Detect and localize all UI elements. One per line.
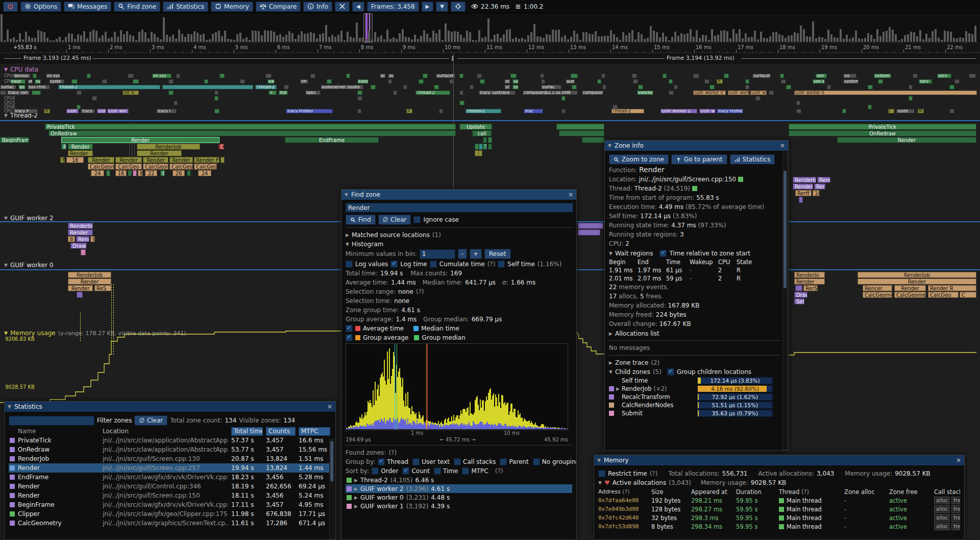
cpu-zone[interactable]: Tracy P [13,109,38,113]
timeline-zone[interactable]: Rend [817,177,830,183]
timeline-zone[interactable]: Rend [76,236,89,242]
timeline-zone[interactable]: Render R [928,285,976,291]
cpu-zone[interactable]: composer@2.1-se [HW [523,90,578,95]
timeline-zone[interactable]: Render [894,285,926,291]
info-button[interactable]: Info [303,2,332,12]
timeline-zone[interactable] [488,144,492,150]
timeline-zone[interactable]: CalcGeo [928,292,959,298]
call-stack-chip[interactable]: free [951,497,960,504]
timeline-zone[interactable]: Update [459,124,492,130]
timeline-zone[interactable]: CalcGeome [88,163,114,170]
timeline-zone[interactable]: BeginFrame [0,137,29,143]
cpu-zone[interactable]: lgiks [305,90,321,95]
cpu-zone[interactable]: composer@ [582,90,603,95]
timeline-zone[interactable]: 18 [813,190,820,196]
cpu-zone[interactable] [434,85,439,89]
timeline-zone[interactable]: Render [143,157,168,163]
expand-icon[interactable]: ▶ [354,486,358,491]
log-time-checkbox[interactable] [390,261,398,268]
scrollbar-thumb[interactable] [330,441,333,482]
cpu-zone[interactable]: al [380,74,386,78]
cpu-zone[interactable]: GUIF worker 0 [794,90,977,95]
cpu-zone[interactable] [954,79,960,84]
found-zone-group-row[interactable]: ▶GUIF worker 0(3,231)4.48 s [346,493,572,502]
checkbox[interactable] [500,458,507,465]
call-stack-chip[interactable]: free [951,505,960,513]
cpu-zone[interactable]: fnd [279,90,288,95]
checkbox[interactable] [402,467,409,475]
child-zone-row[interactable]: RecalcTransform72.92 μs (1.62%) [609,393,780,401]
cpu-zone[interactable]: sy [512,85,519,89]
prev-frame-button[interactable]: ◀ [352,2,364,12]
memory-allocation-row[interactable]: 0x7dfc42d64032 bytes298.3 ms59.95 sMain … [598,513,960,522]
option-user-text[interactable]: User text [412,458,450,465]
alloc-address[interactable]: 0x7dfaa64e00 [598,497,651,504]
cpu-zone[interactable] [102,79,107,84]
messages-button[interactable]: Messages [64,2,111,12]
cpu-zone[interactable]: Thread-2 [611,109,644,113]
timeline-zone[interactable]: T [483,144,487,150]
cpu-zone[interactable] [459,90,463,95]
cpu-zone[interactable]: serv [919,79,932,84]
expand-icon[interactable]: ▶ [609,360,612,365]
timeline-zone[interactable]: Render [137,150,182,156]
timeline-zone[interactable]: Sef [794,298,804,304]
cpu-zone[interactable]: sy [35,79,41,84]
call-stack-chip[interactable]: alloc [934,523,950,530]
cpu-zone[interactable]: cfr [300,79,308,84]
timeline-zone[interactable]: RenderJob [857,272,976,278]
timeline-zone[interactable] [187,170,191,176]
cpu-zone[interactable] [176,74,180,78]
cpu-zone[interactable] [214,109,219,113]
cpu-zone[interactable] [561,109,566,113]
draw-group-avg-median-checkbox[interactable] [346,334,353,341]
draw-avg-median-checkbox[interactable] [346,325,353,332]
timeline-zone[interactable] [478,150,482,156]
cpu-zone[interactable]: st [504,79,510,84]
collapse-icon[interactable]: ▼ [608,143,611,148]
cpu-zone[interactable]: kwoc [357,79,369,84]
table-row[interactable]: CalcGeometryjni/../jni/src/claw/graphics… [9,519,331,528]
close-icon[interactable]: × [327,403,332,410]
timeline-zone[interactable]: Render [68,150,93,156]
reset-button[interactable]: Reset [484,249,511,259]
cpu-zone[interactable] [214,90,218,95]
timeline-zone[interactable]: call [472,130,492,136]
close-icon[interactable]: × [780,142,785,149]
cpu-zone[interactable] [419,79,424,84]
cpu-zone[interactable] [969,74,976,78]
cpu-zone[interactable] [32,90,41,95]
cpu-zone[interactable]: surfacef [752,74,771,78]
col-appeared-at[interactable]: Appeared at [691,488,736,496]
cpu-zone[interactable] [745,85,749,89]
zone-trace-row[interactable]: ▶Zone trace(2) [609,358,780,367]
col-duration[interactable]: Duration [736,488,779,496]
collapse-icon[interactable]: ▼ [598,480,602,485]
column-header-counts[interactable]: Counts [266,427,296,436]
cpu-zone[interactable] [357,109,361,113]
timeline-zone[interactable]: Render [169,157,193,163]
timeline-zone[interactable]: 16 [115,170,127,176]
timeline-zone[interactable]: F [60,157,65,163]
column-header-location[interactable]: Location [103,428,228,435]
collapse-icon[interactable]: ▼ [4,67,8,72]
table-row[interactable]: OnRedrawjni/../jni/src/claw/application/… [9,445,331,454]
goto-frame-button[interactable] [451,2,465,12]
cpu-zone[interactable]: aud [566,79,575,84]
timeline-zone[interactable]: PrivateTick [789,124,976,130]
collapse-icon[interactable]: ▼ [597,458,601,463]
cpu-zone[interactable] [470,85,474,89]
timeline-zone[interactable]: R [61,144,66,150]
cpu-zone[interactable] [796,101,800,105]
cpu-zone[interactable]: kworke [637,90,653,95]
timeline-zone[interactable]: RerS [803,285,818,291]
cpu-zone[interactable] [357,90,362,95]
collapse-icon[interactable]: ▼ [4,263,8,268]
cpu-zone[interactable] [541,79,545,84]
cpu-zone[interactable] [240,79,245,84]
cpu-zone[interactable] [572,85,577,89]
timeline-zone[interactable]: RenderJo [68,223,93,229]
cpu-zone[interactable] [92,96,97,101]
zone-info-window[interactable]: ▼ Zone info × Zoom to zone Go to parent … [604,140,789,451]
timeline-zone[interactable]: 8 [138,170,143,176]
